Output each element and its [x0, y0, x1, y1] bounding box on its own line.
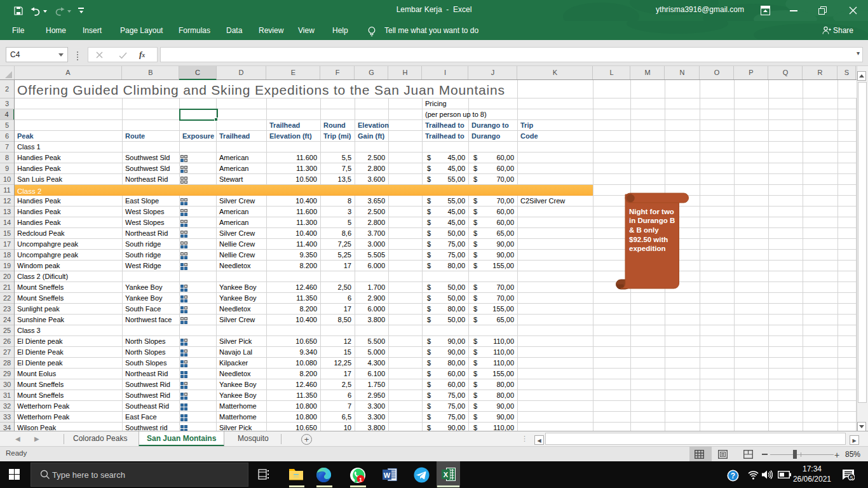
svg-text:& B only: & B only — [629, 226, 659, 234]
svg-text:5: 5 — [850, 475, 853, 481]
svg-text:expedition: expedition — [629, 245, 666, 252]
svg-text:W: W — [384, 471, 391, 479]
svg-text:1: 1 — [359, 477, 362, 483]
svg-text:?: ? — [731, 471, 735, 480]
svg-text:$92.50 with: $92.50 with — [629, 236, 668, 243]
svg-text:Night for two: Night for two — [629, 208, 674, 215]
svg-text:in Durango B: in Durango B — [629, 217, 675, 224]
svg-text:X: X — [444, 471, 449, 478]
